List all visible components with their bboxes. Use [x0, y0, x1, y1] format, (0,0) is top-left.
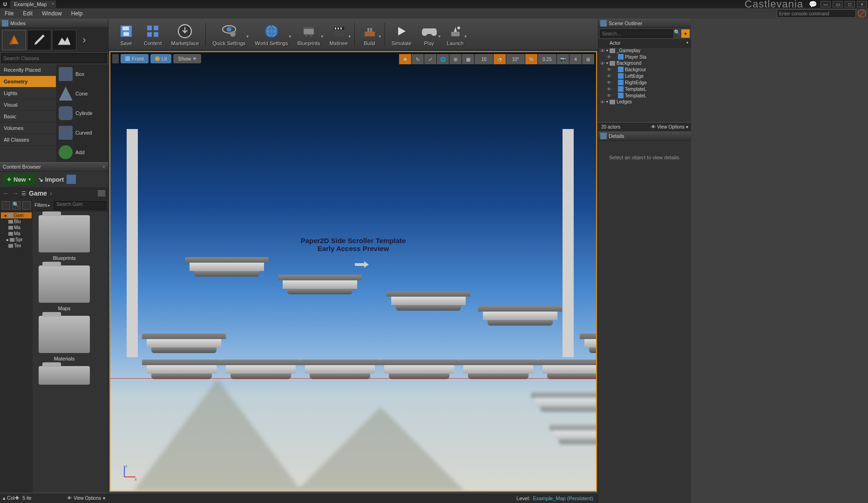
- crumb-game[interactable]: Game: [29, 190, 47, 197]
- asset-maps[interactable]: Maps: [36, 265, 92, 311]
- menu-window[interactable]: Window: [37, 10, 67, 17]
- cat-basic[interactable]: Basic: [0, 111, 56, 122]
- visibility-eye-icon[interactable]: 👁: [607, 93, 611, 98]
- cb-source-tree[interactable]: ▸Gam Blu Ma Ma ▸Spr Tex: [0, 211, 33, 493]
- level-tab[interactable]: Example_Map×: [10, 0, 56, 8]
- matinee-button[interactable]: Matinee▼: [325, 20, 353, 48]
- geom-add[interactable]: Add: [56, 143, 108, 162]
- content-browser-header[interactable]: Content Browser×: [0, 162, 108, 171]
- menu-file[interactable]: File: [0, 10, 18, 17]
- lock-path-icon[interactable]: [98, 190, 105, 197]
- level-viewport[interactable]: Front Lit Show ✥ ↻ ⤢ 🌐 ⊞ ▦ 10 ◔ 10° % 0.…: [109, 51, 597, 492]
- collections-toggle[interactable]: ▴ Col✚: [3, 495, 19, 501]
- source-control-off-icon[interactable]: [858, 9, 866, 18]
- close-window-button[interactable]: ×: [857, 1, 867, 7]
- world-settings-button[interactable]: World Settings▼: [250, 20, 292, 48]
- toggle-folders-icon[interactable]: [22, 201, 31, 210]
- cat-recently-placed[interactable]: Recently Placed: [0, 64, 56, 76]
- scale-snap-value[interactable]: 0.25: [538, 54, 556, 64]
- show-flags-button[interactable]: Show: [173, 54, 201, 63]
- outliner-node[interactable]: 👁TemplateL: [598, 92, 691, 99]
- geom-cone[interactable]: Cone: [56, 84, 108, 103]
- outliner-node[interactable]: 👁Player Sta: [598, 54, 691, 60]
- visibility-eye-icon[interactable]: 👁: [607, 54, 611, 59]
- close-panel-icon[interactable]: ×: [102, 164, 105, 170]
- marketplace-button[interactable]: Marketplace: [167, 20, 204, 48]
- toggle-search-icon[interactable]: 🔍: [12, 201, 20, 210]
- import-button[interactable]: ↘Import: [38, 176, 64, 183]
- visibility-eye-icon[interactable]: 👁: [607, 74, 611, 78]
- camera-speed-value[interactable]: 4: [570, 54, 582, 64]
- outliner-column-header[interactable]: Actor▾: [598, 39, 691, 48]
- current-level-link[interactable]: Example_Map (Persistent): [533, 496, 593, 501]
- launch-button[interactable]: Launch▼: [442, 20, 468, 48]
- angle-snap-icon[interactable]: ◔: [494, 54, 506, 64]
- add-actor-button[interactable]: +: [681, 29, 690, 38]
- transform-scale-icon[interactable]: ⤢: [424, 54, 436, 64]
- paint-mode-tab[interactable]: [27, 30, 51, 50]
- angle-snap-value[interactable]: 10°: [506, 54, 525, 64]
- minimize-button[interactable]: —: [821, 1, 831, 7]
- geom-box[interactable]: Box: [56, 64, 108, 84]
- geom-curved[interactable]: Curved: [56, 123, 108, 143]
- camera-speed-icon[interactable]: 📷: [557, 54, 569, 64]
- save-button[interactable]: Save: [113, 20, 139, 48]
- viewport-options-dropdown[interactable]: [112, 54, 119, 63]
- visibility-eye-icon[interactable]: 👁: [600, 48, 605, 53]
- toggle-sources-icon[interactable]: [2, 201, 10, 210]
- outliner-node[interactable]: 👁RightEdge: [598, 79, 691, 86]
- outliner-node[interactable]: 👁▾Ledges: [598, 99, 691, 105]
- outliner-search-input[interactable]: [600, 29, 673, 38]
- save-all-button[interactable]: [67, 175, 76, 184]
- menu-edit[interactable]: Edit: [18, 10, 37, 17]
- modes-search-input[interactable]: Search Classes: [1, 53, 107, 63]
- maximize-button[interactable]: □: [845, 1, 855, 7]
- cb-asset-grid[interactable]: Blueprints Maps Materials: [33, 211, 108, 493]
- visibility-eye-icon[interactable]: 👁: [607, 67, 611, 72]
- outliner-node[interactable]: 👁▾Background: [598, 60, 691, 66]
- cat-visual[interactable]: Visual: [0, 99, 56, 111]
- cat-all-classes[interactable]: All Classes: [0, 134, 56, 146]
- viewport-type-button[interactable]: Front: [121, 54, 149, 63]
- details-panel-header[interactable]: Details: [598, 131, 691, 141]
- geom-cylinder[interactable]: Cylinde: [56, 103, 108, 123]
- simulate-button[interactable]: Simulate: [387, 20, 416, 48]
- cb-search-input[interactable]: Search Gam: [54, 201, 106, 210]
- landscape-mode-tab[interactable]: [52, 30, 76, 50]
- content-button[interactable]: Content: [139, 20, 167, 48]
- outliner-node[interactable]: 👁TemplateL: [598, 86, 691, 92]
- outliner-tree[interactable]: 👁▾_Gameplay👁Player Sta👁▾Background👁Backg…: [598, 48, 691, 122]
- visibility-eye-icon[interactable]: 👁: [600, 100, 605, 104]
- close-tab-icon[interactable]: ×: [52, 1, 54, 6]
- notification-icon[interactable]: 💬: [809, 0, 817, 8]
- grid-snap-value[interactable]: 10: [475, 54, 493, 64]
- nav-fwd-icon[interactable]: →: [12, 190, 19, 197]
- scale-snap-icon[interactable]: %: [525, 54, 537, 64]
- cat-volumes[interactable]: Volumes: [0, 122, 56, 134]
- view-options-button[interactable]: 👁 View Options▾: [67, 496, 105, 501]
- coord-space-icon[interactable]: 🌐: [437, 54, 449, 64]
- nav-back-icon[interactable]: ←: [3, 190, 9, 197]
- view-mode-button[interactable]: Lit: [150, 54, 172, 63]
- outliner-node[interactable]: 👁Backgrour: [598, 66, 691, 73]
- asset-extra[interactable]: [36, 366, 92, 385]
- cat-geometry[interactable]: Geometry: [0, 76, 56, 88]
- visibility-eye-icon[interactable]: 👁: [607, 80, 611, 85]
- place-mode-tab[interactable]: [2, 30, 26, 50]
- new-asset-button[interactable]: ✦New▼: [3, 174, 35, 185]
- scene-outliner-header[interactable]: Scene Outliner: [598, 19, 691, 28]
- filters-dropdown[interactable]: Filters▼: [33, 203, 52, 208]
- console-input[interactable]: Enter console command: [777, 9, 856, 18]
- blueprints-button[interactable]: Blueprints▼: [293, 20, 325, 48]
- transform-rotate-icon[interactable]: ↻: [412, 54, 424, 64]
- build-button[interactable]: Build▼: [357, 20, 383, 48]
- visibility-eye-icon[interactable]: 👁: [607, 87, 611, 91]
- modes-more-icon[interactable]: ›: [77, 34, 91, 46]
- maximize-viewport-icon[interactable]: ⊞: [582, 54, 594, 64]
- visibility-eye-icon[interactable]: 👁: [600, 61, 605, 66]
- restore-button[interactable]: ▭: [833, 1, 843, 7]
- menu-help[interactable]: Help: [67, 10, 88, 17]
- outliner-view-options[interactable]: 👁 View Options▾: [651, 124, 688, 129]
- transform-select-icon[interactable]: ✥: [399, 54, 411, 64]
- quick-settings-button[interactable]: Quick Settings▼: [208, 20, 250, 48]
